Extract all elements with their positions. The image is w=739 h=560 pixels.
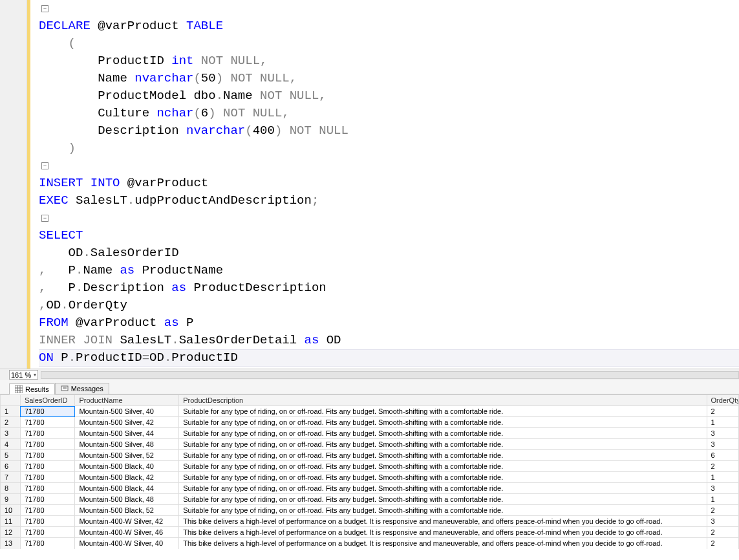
cell-salesorderid[interactable]: 71780 <box>20 483 75 494</box>
column-header[interactable]: ProductDescription <box>179 395 707 406</box>
results-grid[interactable]: SalesOrderID ProductName ProductDescript… <box>0 394 739 560</box>
row-number-cell[interactable]: 2 <box>1 417 21 428</box>
column-header[interactable]: ProductName <box>75 395 179 406</box>
row-number-cell[interactable]: 4 <box>1 439 21 450</box>
cell-orderqty[interactable]: 3 <box>707 428 739 439</box>
row-number-cell[interactable]: 13 <box>1 538 21 549</box>
table-row[interactable]: 971780Mountain-500 Black, 48Suitable for… <box>1 494 739 505</box>
row-number-cell[interactable]: 8 <box>1 483 21 494</box>
row-number-cell[interactable]: 3 <box>1 428 21 439</box>
cell-productname[interactable]: Mountain-500 Silver, 48 <box>75 439 179 450</box>
cell-productdescription[interactable]: Suitable for any type of riding, on or o… <box>179 494 707 505</box>
cell-productdescription[interactable]: Suitable for any type of riding, on or o… <box>179 406 707 417</box>
row-number-cell[interactable]: 6 <box>1 461 21 472</box>
cell-productdescription[interactable]: This bike delivers a high-level of perfo… <box>179 527 707 538</box>
cell-salesorderid[interactable]: 71780 <box>20 516 75 527</box>
code-line: SELECT <box>39 228 83 242</box>
tab-messages[interactable]: Messages <box>55 383 109 394</box>
zoom-level-select[interactable]: 161 % <box>9 370 38 380</box>
row-number-cell[interactable]: 10 <box>1 505 21 516</box>
cell-salesorderid[interactable]: 71780 <box>20 450 75 461</box>
cell-productdescription[interactable]: Suitable for any type of riding, on or o… <box>179 417 707 428</box>
table-row[interactable]: 471780Mountain-500 Silver, 48Suitable fo… <box>1 439 739 450</box>
cell-productname[interactable]: Mountain-400-W Silver, 40 <box>75 538 179 549</box>
column-header[interactable]: OrderQty <box>707 395 739 406</box>
cell-productdescription[interactable]: Suitable for any type of riding, on or o… <box>179 461 707 472</box>
table-row[interactable]: 171780Mountain-500 Silver, 40Suitable fo… <box>1 406 739 417</box>
cell-productname[interactable]: Mountain-500 Silver, 40 <box>75 406 179 417</box>
cell-orderqty[interactable]: 3 <box>707 483 739 494</box>
cell-orderqty[interactable]: 2 <box>707 538 739 549</box>
cell-productdescription[interactable]: Suitable for any type of riding, on or o… <box>179 505 707 516</box>
code-line: FROM @varProduct as P <box>39 316 193 330</box>
table-row[interactable]: 371780Mountain-500 Silver, 44Suitable fo… <box>1 428 739 439</box>
cell-salesorderid[interactable]: 71780 <box>20 428 75 439</box>
cell-productdescription[interactable]: Suitable for any type of riding, on or o… <box>179 472 707 483</box>
cell-orderqty[interactable]: 2 <box>707 461 739 472</box>
code-line: ON P.ProductID=OD.ProductID <box>39 350 238 365</box>
cell-orderqty[interactable]: 3 <box>707 439 739 450</box>
row-number-cell[interactable]: 5 <box>1 450 21 461</box>
code-line: OD.SalesOrderID <box>39 246 179 260</box>
code-line: , P.Description as ProductDescription <box>39 281 327 295</box>
cell-productdescription[interactable]: Suitable for any type of riding, on or o… <box>179 450 707 461</box>
cell-productdescription[interactable]: This bike delivers a high-level of perfo… <box>179 516 707 527</box>
cell-productname[interactable]: Mountain-500 Black, 52 <box>75 505 179 516</box>
cell-productdescription[interactable]: Suitable for any type of riding, on or o… <box>179 439 707 450</box>
code-line: ProductID int NOT NULL, <box>39 54 267 68</box>
table-row[interactable]: 571780Mountain-500 Silver, 52Suitable fo… <box>1 450 739 461</box>
row-number-cell[interactable]: 12 <box>1 527 21 538</box>
cell-productdescription[interactable]: Suitable for any type of riding, on or o… <box>179 428 707 439</box>
row-number-cell[interactable]: 11 <box>1 516 21 527</box>
cell-orderqty[interactable]: 2 <box>707 505 739 516</box>
cell-productname[interactable]: Mountain-500 Silver, 42 <box>75 417 179 428</box>
cell-salesorderid[interactable]: 71780 <box>20 527 75 538</box>
cell-orderqty[interactable]: 2 <box>707 527 739 538</box>
cell-orderqty[interactable]: 3 <box>707 516 739 527</box>
cell-orderqty[interactable]: 1 <box>707 494 739 505</box>
table-row[interactable]: 771780Mountain-500 Black, 42Suitable for… <box>1 472 739 483</box>
cell-orderqty[interactable]: 6 <box>707 450 739 461</box>
row-number-cell[interactable]: 9 <box>1 494 21 505</box>
table-row[interactable]: 671780Mountain-500 Black, 40Suitable for… <box>1 461 739 472</box>
sql-editor[interactable]: DECLARE @varProduct TABLE ( ProductID in… <box>0 0 739 369</box>
column-header[interactable]: SalesOrderID <box>20 395 75 406</box>
row-number-header[interactable] <box>1 395 21 406</box>
cell-salesorderid[interactable]: 71780 <box>20 406 75 417</box>
cell-productname[interactable]: Mountain-500 Black, 44 <box>75 483 179 494</box>
cell-salesorderid[interactable]: 71780 <box>20 505 75 516</box>
table-row[interactable]: 1271780Mountain-400-W Silver, 46This bik… <box>1 527 739 538</box>
table-row[interactable]: 1371780Mountain-400-W Silver, 40This bik… <box>1 538 739 549</box>
cell-salesorderid[interactable]: 71780 <box>20 439 75 450</box>
cell-productname[interactable]: Mountain-400-W Silver, 46 <box>75 527 179 538</box>
cell-orderqty[interactable]: 1 <box>707 472 739 483</box>
cell-productname[interactable]: Mountain-400-W Silver, 42 <box>75 516 179 527</box>
table-row[interactable]: 1071780Mountain-500 Black, 52Suitable fo… <box>1 505 739 516</box>
cell-productname[interactable]: Mountain-500 Black, 42 <box>75 472 179 483</box>
table-row[interactable]: 271780Mountain-500 Silver, 42Suitable fo… <box>1 417 739 428</box>
code-line <box>39 158 46 173</box>
code-content[interactable]: DECLARE @varProduct TABLE ( ProductID in… <box>39 0 739 369</box>
row-number-cell[interactable]: 7 <box>1 472 21 483</box>
tab-results[interactable]: Results <box>9 383 55 394</box>
horizontal-scrollbar[interactable] <box>41 371 739 379</box>
cell-productdescription[interactable]: This bike delivers a high-level of perfo… <box>179 538 707 549</box>
table-row[interactable]: 871780Mountain-500 Black, 44Suitable for… <box>1 483 739 494</box>
results-header-row: SalesOrderID ProductName ProductDescript… <box>1 395 739 406</box>
row-number-cell[interactable]: 1 <box>1 406 21 417</box>
code-line: ) <box>39 141 76 155</box>
cell-productname[interactable]: Mountain-500 Silver, 52 <box>75 450 179 461</box>
cell-orderqty[interactable]: 1 <box>707 417 739 428</box>
cell-productdescription[interactable]: Suitable for any type of riding, on or o… <box>179 483 707 494</box>
cell-salesorderid[interactable]: 71780 <box>20 472 75 483</box>
cell-productname[interactable]: Mountain-500 Silver, 44 <box>75 428 179 439</box>
cell-orderqty[interactable]: 2 <box>707 406 739 417</box>
cell-salesorderid[interactable]: 71780 <box>20 417 75 428</box>
cell-salesorderid[interactable]: 71780 <box>20 494 75 505</box>
cell-salesorderid[interactable]: 71780 <box>20 461 75 472</box>
cell-productname[interactable]: Mountain-500 Black, 40 <box>75 461 179 472</box>
table-row[interactable]: 1171780Mountain-400-W Silver, 42This bik… <box>1 516 739 527</box>
code-line: INSERT INTO @varProduct <box>39 176 208 190</box>
cell-productname[interactable]: Mountain-500 Black, 48 <box>75 494 179 505</box>
cell-salesorderid[interactable]: 71780 <box>20 538 75 549</box>
